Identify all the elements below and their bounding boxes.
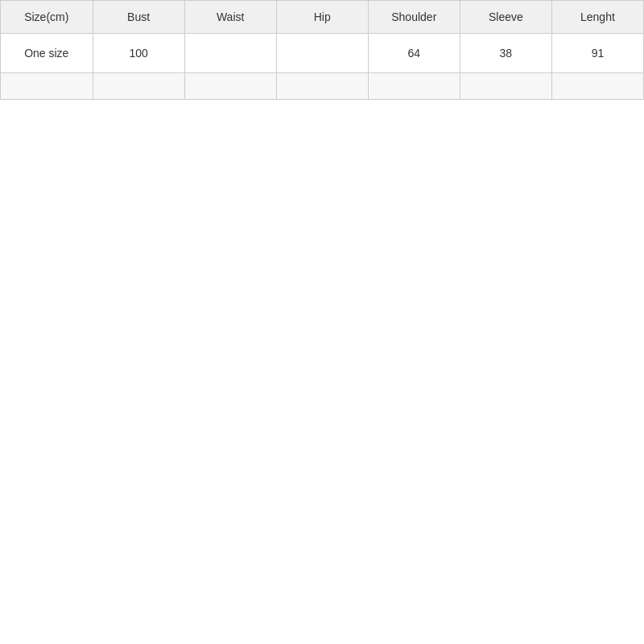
size-table-container: Size(cm) Bust Waist Hip Shoulder Sleeve … <box>0 0 644 100</box>
cell-waist-1 <box>184 73 276 100</box>
cell-bust-1 <box>93 73 184 100</box>
cell-waist-0 <box>184 34 276 73</box>
cell-hip-0 <box>276 34 368 73</box>
cell-sleeve-1 <box>460 73 551 100</box>
cell-size-1 <box>1 73 93 100</box>
col-header-bust: Bust <box>93 1 184 34</box>
col-header-length: Lenght <box>551 1 643 34</box>
cell-hip-1 <box>276 73 368 100</box>
size-table: Size(cm) Bust Waist Hip Shoulder Sleeve … <box>1 1 644 100</box>
cell-size-0: One size <box>1 34 93 73</box>
cell-sleeve-0: 38 <box>460 34 551 73</box>
col-header-size: Size(cm) <box>1 1 93 34</box>
col-header-hip: Hip <box>276 1 368 34</box>
cell-shoulder-1 <box>368 73 460 100</box>
cell-length-0: 91 <box>551 34 643 73</box>
cell-shoulder-0: 64 <box>368 34 460 73</box>
table-header-row: Size(cm) Bust Waist Hip Shoulder Sleeve … <box>1 1 644 34</box>
cell-length-1 <box>551 73 643 100</box>
table-row: One size 100 64 38 91 <box>1 34 644 73</box>
table-row <box>1 73 644 100</box>
col-header-shoulder: Shoulder <box>368 1 460 34</box>
cell-bust-0: 100 <box>93 34 184 73</box>
col-header-waist: Waist <box>184 1 276 34</box>
col-header-sleeve: Sleeve <box>460 1 551 34</box>
